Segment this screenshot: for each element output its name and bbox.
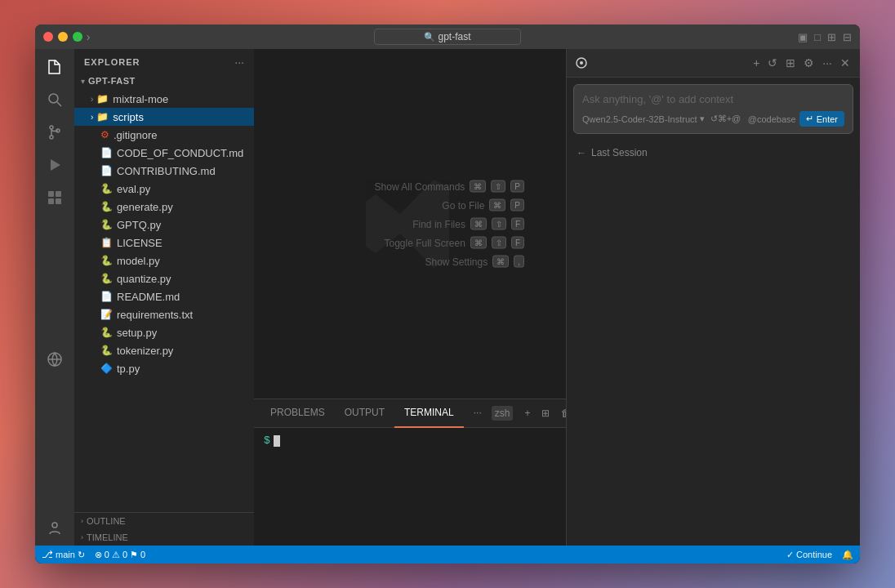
tree-root[interactable]: ▾ GPT-FAST: [74, 72, 254, 90]
terminal-split-button[interactable]: ⊞: [538, 406, 553, 421]
minimize-button[interactable]: [58, 32, 68, 42]
kbd-p: P: [510, 180, 524, 193]
terminal-label: zsh: [492, 406, 514, 421]
back-button[interactable]: ‹: [76, 30, 80, 43]
svg-rect-7: [56, 191, 61, 197]
code-of-conduct-label: CODE_OF_CONDUCT.md: [117, 147, 243, 159]
editor-content: Show All Commands ⌘ ⇧ P Go to File ⌘ P F…: [254, 49, 566, 399]
explorer-icon[interactable]: [43, 56, 66, 78]
requirements-icon: 📝: [100, 309, 113, 320]
terminal-new-button[interactable]: +: [521, 406, 533, 421]
root-chevron: ▾: [81, 77, 85, 86]
sidebar-more-button[interactable]: ···: [234, 56, 244, 69]
kbd-cmd3: ⌘: [470, 218, 487, 230]
setup-label: setup.py: [117, 327, 157, 339]
kbd-cmd4: ⌘: [470, 237, 487, 249]
file-license[interactable]: 📋 LICENSE: [74, 234, 254, 252]
ai-input-field[interactable]: [582, 93, 844, 105]
title-bar: ‹ › 🔍 gpt-fast ▣ □ ⊞ ⊟: [35, 24, 860, 49]
ai-restore-button[interactable]: ↺: [766, 55, 779, 71]
gptq-label: GPTQ.py: [117, 219, 161, 231]
kbd-f2: F: [511, 237, 524, 249]
close-button[interactable]: [43, 32, 53, 42]
layout-btn-2[interactable]: □: [814, 31, 821, 43]
kbd-p2: P: [510, 199, 524, 212]
kbd-cmd2: ⌘: [489, 199, 505, 212]
outline-section[interactable]: › OUTLINE: [74, 513, 254, 529]
ai-logo-icon: [575, 56, 588, 69]
terminal-trash-button[interactable]: 🗑: [558, 406, 566, 421]
file-gptq[interactable]: 🐍 GPTQ.py: [74, 216, 254, 234]
file-gitignore[interactable]: ⚙ .gitignore: [74, 126, 254, 144]
ai-more-button[interactable]: ···: [821, 55, 834, 71]
ai-input-area: Qwen2.5-Coder-32B-Instruct ▾ ↺ ⌘+@ @code…: [573, 84, 853, 134]
timeline-section[interactable]: › TIMELINE: [74, 529, 254, 546]
file-tokenizer[interactable]: 🐍 tokenizer.py: [74, 341, 254, 359]
file-contributing[interactable]: 📄 CONTRIBUTING.md: [74, 162, 254, 180]
file-model[interactable]: 🐍 model.py: [74, 252, 254, 270]
ai-model-selector[interactable]: Qwen2.5-Coder-32B-Instruct ▾ ↺: [582, 114, 718, 124]
folder-icon-scripts: 📁: [96, 111, 109, 122]
bell-icon: 🔔: [842, 550, 853, 560]
layout-btn-4[interactable]: ⊟: [843, 31, 852, 43]
kbd-shift: ⇧: [491, 180, 505, 193]
ai-panel: + ↺ ⊞ ⚙ ··· ✕ Qwen2.5-Coder-32B-Instruct…: [566, 49, 860, 546]
extensions-activity-icon[interactable]: [43, 186, 66, 209]
activity-bar: [35, 49, 74, 546]
layout-btn-3[interactable]: ⊞: [827, 31, 836, 43]
sidebar-header: EXPLORER ···: [74, 49, 254, 72]
ai-enter-button[interactable]: ↵ Enter: [799, 111, 844, 127]
tab-output[interactable]: OUTPUT: [335, 399, 394, 428]
file-readme[interactable]: 📄 README.md: [74, 287, 254, 305]
outline-chevron: ›: [81, 517, 83, 525]
account-icon[interactable]: [43, 516, 66, 539]
ai-last-session[interactable]: ← Last Session: [567, 140, 860, 165]
ai-panel-header: + ↺ ⊞ ⚙ ··· ✕: [567, 49, 860, 78]
branch-icon: ⎇: [42, 549, 53, 560]
vscode-window: ‹ › 🔍 gpt-fast ▣ □ ⊞ ⊟: [35, 24, 860, 564]
title-search[interactable]: 🔍 gpt-fast: [374, 29, 521, 45]
gptq-icon: 🐍: [100, 219, 113, 230]
file-eval[interactable]: 🐍 eval.py: [74, 180, 254, 198]
hint-find-in-files: Find in Files ⌘ ⇧ F: [296, 218, 524, 230]
ai-settings-button[interactable]: ⚙: [802, 55, 816, 71]
file-code-of-conduct[interactable]: 📄 CODE_OF_CONDUCT.md: [74, 144, 254, 162]
error-icon: ⊗: [95, 550, 102, 560]
license-label: LICENSE: [117, 237, 163, 249]
file-requirements[interactable]: 📝 requirements.txt: [74, 305, 254, 323]
ai-new-chat-button[interactable]: +: [751, 55, 761, 71]
ai-header-left: [575, 56, 751, 69]
search-activity-icon[interactable]: [43, 88, 66, 111]
file-quantize[interactable]: 🐍 quantize.py: [74, 270, 254, 287]
kbd-shift2: ⇧: [492, 218, 506, 230]
file-generate[interactable]: 🐍 generate.py: [74, 198, 254, 216]
session-back-arrow: ←: [577, 147, 586, 158]
license-icon: 📋: [100, 237, 113, 248]
kbd-shift3: ⇧: [492, 237, 506, 249]
sidebar-item-scripts[interactable]: › 📁 scripts: [74, 108, 254, 126]
ai-refresh-icon[interactable]: ↺: [710, 114, 718, 124]
layout-btn-1[interactable]: ▣: [798, 31, 808, 43]
status-continue[interactable]: ✓ Continue: [786, 550, 832, 560]
tab-problems[interactable]: PROBLEMS: [260, 399, 335, 428]
tab-more[interactable]: ···: [464, 399, 492, 428]
quantize-label: quantize.py: [117, 273, 171, 285]
file-setup[interactable]: 🐍 setup.py: [74, 323, 254, 341]
tab-terminal[interactable]: TERMINAL: [394, 399, 464, 428]
ai-close-button[interactable]: ✕: [839, 55, 852, 71]
ai-codebase-chip[interactable]: @codebase: [748, 114, 796, 124]
hint-label-show-all: Show All Commands: [296, 180, 465, 192]
status-errors[interactable]: ⊗ 0 ⚠ 0 ⚑ 0: [95, 550, 145, 560]
debug-activity-icon[interactable]: [43, 154, 66, 176]
forward-button[interactable]: ›: [87, 30, 91, 43]
mixtral-label: mixtral-moe: [113, 93, 168, 105]
git-activity-icon[interactable]: [43, 121, 66, 144]
terminal-dollar: $: [264, 434, 270, 447]
sidebar-item-mixtral-moe[interactable]: › 📁 mixtral-moe: [74, 90, 254, 108]
remote-activity-icon[interactable]: [43, 348, 66, 371]
ai-layout-button[interactable]: ⊞: [784, 55, 797, 71]
status-branch[interactable]: ⎇ main ↻: [42, 549, 85, 560]
file-tp[interactable]: 🔷 tp.py: [74, 359, 254, 377]
panel-tabs: PROBLEMS OUTPUT TERMINAL ··· zsh + ⊞: [254, 399, 566, 428]
status-notifications[interactable]: 🔔: [842, 550, 853, 560]
